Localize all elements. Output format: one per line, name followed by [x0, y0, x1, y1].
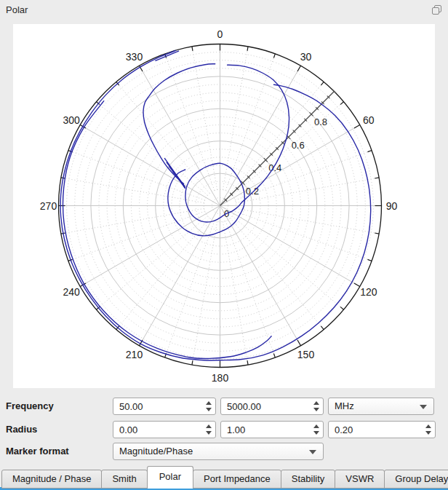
polar-chart: 030609012015018021024027030033000.20.40.… — [13, 24, 435, 388]
spin-down-icon[interactable] — [425, 431, 431, 435]
spin-arrows[interactable] — [421, 422, 435, 438]
spin-arrows[interactable] — [309, 422, 323, 438]
spin-down-icon[interactable] — [206, 431, 212, 435]
spin-down-icon[interactable] — [313, 408, 319, 411]
spin-arrows[interactable] — [309, 398, 323, 414]
tab-vswr[interactable]: VSWR — [335, 470, 385, 489]
dock-titlebar: Polar — [0, 0, 448, 20]
chart-tabbar: Magnitude / Phase Smith Polar Port Imped… — [1, 467, 448, 489]
spin-up-icon[interactable] — [206, 401, 212, 405]
tab-stability[interactable]: Stability — [281, 470, 336, 489]
float-restore-icon[interactable] — [431, 4, 443, 16]
svg-text:30: 30 — [300, 51, 312, 63]
radius-min-input[interactable] — [114, 422, 204, 437]
spin-down-icon[interactable] — [206, 408, 212, 411]
tab-polar[interactable]: Polar — [147, 466, 193, 489]
frequency-label: Frequency — [6, 398, 54, 415]
frequency-unit-value: MHz — [335, 398, 354, 414]
svg-text:120: 120 — [360, 286, 377, 298]
tab-port-impedance[interactable]: Port Impedance — [193, 470, 281, 489]
chevron-down-icon — [420, 405, 427, 409]
svg-text:300: 300 — [63, 114, 80, 126]
svg-text:330: 330 — [126, 51, 143, 63]
polar-chart-svg: 030609012015018021024027030033000.20.40.… — [13, 24, 435, 388]
frequency-start-input[interactable] — [114, 399, 204, 414]
radius-min-spinbox[interactable] — [113, 421, 216, 438]
svg-text:60: 60 — [363, 114, 375, 126]
svg-text:0.6: 0.6 — [292, 140, 305, 151]
radius-step-spinbox[interactable] — [328, 421, 436, 438]
frequency-start-spinbox[interactable] — [113, 398, 216, 415]
radius-step-input[interactable] — [329, 422, 423, 437]
frequency-stop-input[interactable] — [222, 399, 311, 414]
svg-text:270: 270 — [40, 200, 57, 212]
spin-up-icon[interactable] — [425, 424, 431, 428]
radius-max-input[interactable] — [222, 422, 311, 437]
dock-title: Polar — [6, 4, 28, 15]
svg-text:90: 90 — [386, 200, 398, 212]
marker-format-label: Marker format — [6, 443, 69, 460]
spin-up-icon[interactable] — [313, 424, 319, 428]
chevron-down-icon — [309, 450, 316, 454]
spin-down-icon[interactable] — [313, 431, 319, 435]
svg-text:210: 210 — [126, 349, 143, 360]
svg-text:0: 0 — [217, 28, 223, 40]
spin-up-icon[interactable] — [206, 424, 212, 428]
spin-arrows[interactable] — [201, 398, 215, 414]
frequency-stop-spinbox[interactable] — [220, 398, 324, 415]
radius-label: Radius — [6, 421, 37, 438]
svg-text:240: 240 — [63, 286, 80, 298]
marker-format-combobox[interactable]: Magnitude/Phase — [113, 443, 324, 460]
tab-group-delay[interactable]: Group Delay — [384, 470, 448, 489]
svg-text:180: 180 — [212, 372, 229, 384]
frequency-unit-combobox[interactable]: MHz — [328, 398, 434, 415]
marker-format-value: Magnitude/Phase — [119, 443, 193, 459]
svg-text:0.8: 0.8 — [314, 116, 327, 127]
spin-arrows[interactable] — [201, 422, 215, 438]
svg-text:150: 150 — [297, 349, 315, 360]
svg-text:0.2: 0.2 — [246, 186, 259, 197]
tab-smith[interactable]: Smith — [101, 470, 147, 489]
tab-magnitude-phase[interactable]: Magnitude / Phase — [1, 470, 102, 489]
radius-max-spinbox[interactable] — [220, 421, 324, 438]
spin-up-icon[interactable] — [313, 401, 319, 405]
